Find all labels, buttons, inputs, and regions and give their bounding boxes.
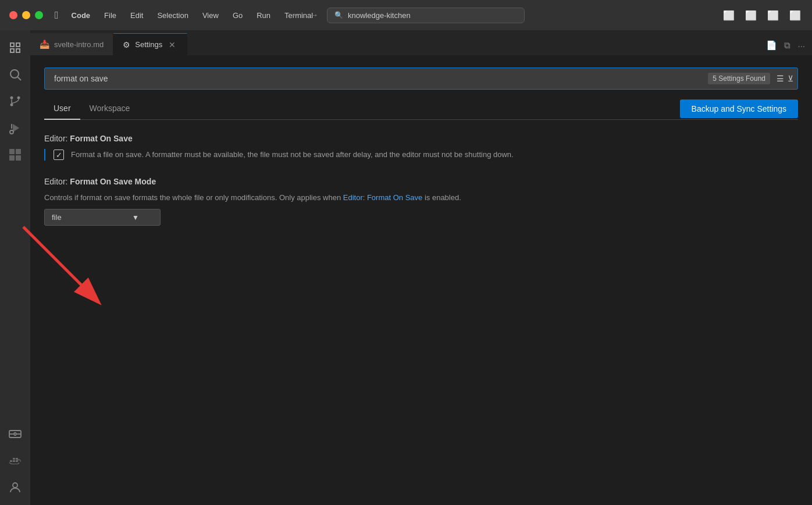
- layout-split-icon[interactable]: ⬜: [765, 8, 781, 23]
- apple-logo-icon: : [55, 9, 59, 22]
- settings-tab-workspace-label: Workspace: [90, 104, 130, 113]
- tab-file-icon: 📥: [40, 40, 49, 49]
- main-layout: 📥 svelte-intro.md ⚙ Settings ✕ 📄 ⧉ ··· 5…: [0, 30, 812, 505]
- activity-explorer-icon[interactable]: [2, 35, 28, 61]
- svg-point-0: [10, 70, 19, 78]
- svg-rect-19: [13, 458, 15, 460]
- back-arrow-icon[interactable]: ←: [287, 9, 304, 22]
- setting-format-on-save-title: Editor: Format On Save: [44, 134, 798, 143]
- tab-settings-label: Settings: [135, 40, 162, 49]
- menu-item-view[interactable]: View: [197, 9, 225, 22]
- search-icons: ☰ ⊻: [777, 74, 793, 83]
- activity-run-debug-icon[interactable]: [2, 115, 28, 141]
- svg-rect-11: [16, 155, 21, 161]
- menu-item-code[interactable]: Code: [66, 9, 97, 22]
- menu-item-selection[interactable]: Selection: [151, 9, 194, 22]
- svg-point-4: [10, 97, 13, 99]
- activity-extensions-icon[interactable]: [2, 142, 28, 168]
- setting-format-on-save-mode: Editor: Format On Save Mode Controls if …: [44, 177, 798, 226]
- settings-search-input[interactable]: [44, 67, 798, 90]
- layout-panel-icon[interactable]: ⬜: [743, 8, 758, 23]
- dropdown-value: file: [52, 213, 62, 222]
- title-search-bar[interactable]: 🔍 knowledge-kitchen: [327, 8, 525, 23]
- checkbox-row: ✓ Format a file on save. A formatter mus…: [54, 149, 798, 161]
- tab-close-icon[interactable]: ✕: [167, 40, 177, 50]
- svg-point-6: [10, 130, 13, 134]
- split-editor-icon[interactable]: ⧉: [782, 38, 793, 53]
- svg-rect-16: [10, 460, 12, 462]
- activity-docker-icon[interactable]: [2, 448, 28, 474]
- forward-arrow-icon[interactable]: →: [306, 9, 322, 22]
- settings-tab-workspace[interactable]: Workspace: [80, 99, 140, 120]
- search-bar-icon: 🔍: [334, 11, 343, 19]
- setting-format-on-save: Editor: Format On Save ✓ Format a file o…: [44, 134, 798, 161]
- format-on-save-checkbox[interactable]: ✓: [54, 150, 64, 160]
- svg-point-2: [10, 104, 13, 106]
- minimize-button[interactable]: [22, 11, 30, 19]
- tab-svelte-intro[interactable]: 📥 svelte-intro.md: [30, 33, 113, 55]
- filter-icon[interactable]: ⊻: [788, 74, 793, 83]
- activity-source-control-icon[interactable]: [2, 88, 28, 114]
- search-results-badge: 5 Settings Found: [708, 73, 770, 84]
- tab-settings-icon: ⚙: [123, 40, 130, 49]
- tab-settings[interactable]: ⚙ Settings ✕: [113, 33, 187, 55]
- setting-format-on-save-mode-title: Editor: Format On Save Mode: [44, 177, 798, 186]
- svg-point-21: [13, 483, 17, 488]
- close-button[interactable]: [9, 11, 17, 19]
- open-editors-icon[interactable]: 📄: [764, 38, 779, 53]
- svg-rect-9: [16, 149, 21, 154]
- dropdown-arrow-icon: ▼: [132, 214, 139, 222]
- nav-arrows: ← →: [287, 9, 322, 22]
- svg-rect-10: [9, 155, 15, 161]
- settings-search-container: 5 Settings Found ☰ ⊻: [44, 67, 798, 90]
- menu-item-run[interactable]: Run: [251, 9, 276, 22]
- svg-marker-5: [13, 124, 19, 132]
- format-on-save-mode-description: Controls if format on save formats the w…: [44, 192, 798, 204]
- titlebar-center: ← → 🔍 knowledge-kitchen: [287, 8, 525, 23]
- more-actions-icon[interactable]: ···: [795, 38, 807, 53]
- svg-point-3: [17, 97, 20, 99]
- activity-search-icon[interactable]: [2, 62, 28, 87]
- tab-svelte-label: svelte-intro.md: [54, 40, 104, 49]
- settings-content: 5 Settings Found ☰ ⊻ User Workspace Back…: [30, 56, 812, 505]
- format-on-save-description: Format a file on save. A formatter must …: [71, 149, 514, 161]
- svg-rect-18: [16, 460, 18, 462]
- setting-format-on-save-body: ✓ Format a file on save. A formatter mus…: [44, 149, 798, 161]
- settings-tab-user-label: User: [54, 104, 71, 113]
- svg-rect-8: [9, 149, 15, 154]
- titlebar-right: ⬜ ⬜ ⬜ ⬜: [721, 8, 803, 23]
- backup-sync-button[interactable]: Backup and Sync Settings: [680, 99, 798, 118]
- menu-item-go[interactable]: Go: [227, 9, 248, 22]
- menu-item-edit[interactable]: Edit: [124, 9, 149, 22]
- format-on-save-link[interactable]: Editor: Format On Save: [343, 193, 423, 202]
- clear-search-icon[interactable]: ☰: [777, 74, 784, 83]
- activity-bar: [0, 30, 30, 505]
- tab-bar-right: 📄 ⧉ ···: [759, 38, 812, 55]
- editor-area: 📥 svelte-intro.md ⚙ Settings ✕ 📄 ⧉ ··· 5…: [30, 30, 812, 505]
- activity-accounts-icon[interactable]: [2, 475, 28, 500]
- settings-tabs-row: User Workspace Backup and Sync Settings: [44, 99, 798, 120]
- menu-item-file[interactable]: File: [98, 9, 122, 22]
- layout-sidebar-icon[interactable]: ⬜: [721, 8, 736, 23]
- settings-tab-user[interactable]: User: [44, 99, 80, 120]
- activity-remote-icon[interactable]: [2, 421, 28, 447]
- svg-line-1: [18, 77, 22, 81]
- svg-rect-17: [13, 460, 15, 462]
- tab-bar: 📥 svelte-intro.md ⚙ Settings ✕ 📄 ⧉ ···: [30, 30, 812, 56]
- titlebar:  Code File Edit Selection View Go Run T…: [0, 0, 812, 30]
- layout-custom-icon[interactable]: ⬜: [788, 8, 803, 23]
- traffic-lights: [9, 11, 43, 19]
- format-on-save-mode-dropdown[interactable]: file ▼: [44, 209, 161, 226]
- svg-point-13: [14, 433, 16, 435]
- maximize-button[interactable]: [35, 11, 43, 19]
- search-bar-value: knowledge-kitchen: [348, 11, 411, 20]
